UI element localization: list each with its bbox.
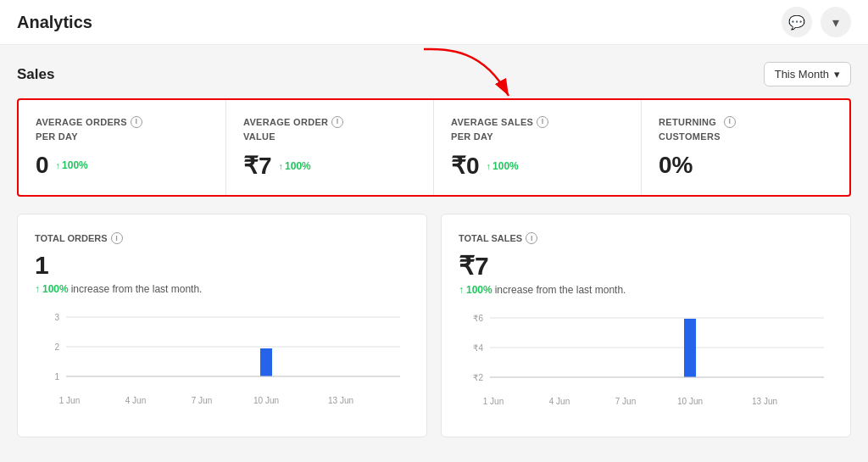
stat-value-returning-customers: 0% xyxy=(659,152,832,179)
charts-row: TOTAL ORDERS i 1 ↑ 100% increase from th… xyxy=(17,214,851,437)
sales-section-header: Sales This Month ▾ xyxy=(17,62,851,86)
svg-text:13 Jun: 13 Jun xyxy=(328,396,353,405)
header-actions: 💬 ▾ xyxy=(782,7,851,37)
stat-label-avg-order-value: AVERAGE ORDERVALUE i xyxy=(243,115,416,143)
svg-text:2: 2 xyxy=(54,342,59,352)
chart-area-total-orders: 3 2 1 1 Jun 4 Jun 7 Jun 10 Jun 13 Jun xyxy=(35,309,409,419)
stat-card-returning-customers: RETURNINGCUSTOMERS i 0% xyxy=(642,100,849,195)
app-header: Analytics 💬 ▾ xyxy=(0,0,868,45)
info-icon-avg-sales[interactable]: i xyxy=(537,116,548,128)
svg-text:1 Jun: 1 Jun xyxy=(59,396,80,405)
sales-title: Sales xyxy=(17,66,54,83)
up-arrow-icon: ↑ xyxy=(279,161,284,171)
month-dropdown-label: This Month xyxy=(775,68,829,81)
chart-change-total-orders: ↑ 100% increase from the last month. xyxy=(35,283,409,295)
stat-label-returning-customers: RETURNINGCUSTOMERS i xyxy=(659,115,832,143)
stats-grid: AVERAGE ORDERSPER DAY i 0 ↑ 100% AVERAGE… xyxy=(17,98,851,197)
stat-card-avg-orders: AVERAGE ORDERSPER DAY i 0 ↑ 100% xyxy=(19,100,226,195)
stat-card-avg-sales: AVERAGE SALESPER DAY i ₹0 ↑ 100% xyxy=(434,100,642,195)
info-icon-total-sales[interactable]: i xyxy=(526,232,537,244)
dropdown-icon: ▾ xyxy=(832,14,839,31)
stat-value-avg-order-value: ₹7 ↑ 100% xyxy=(243,152,416,180)
stat-change-avg-order-value: ↑ 100% xyxy=(279,160,311,172)
chat-icon-button[interactable]: 💬 xyxy=(782,7,812,37)
bar-chart-total-sales: ₹6 ₹4 ₹2 1 Jun 4 Jun 7 Jun 10 Jun 13 Jun xyxy=(459,309,833,411)
bar-chart-total-orders: 3 2 1 1 Jun 4 Jun 7 Jun 10 Jun 13 Jun xyxy=(35,309,409,410)
info-icon-avg-order-value[interactable]: i xyxy=(331,116,343,128)
info-icon-avg-orders[interactable]: i xyxy=(131,116,142,128)
svg-text:4 Jun: 4 Jun xyxy=(549,397,570,406)
up-arrow-icon: ↑ xyxy=(487,161,492,171)
svg-text:10 Jun: 10 Jun xyxy=(253,396,279,405)
dropdown-icon-button[interactable]: ▾ xyxy=(821,7,851,37)
up-arrow-icon: ↑ xyxy=(35,283,40,295)
chevron-down-icon: ▾ xyxy=(834,68,840,81)
chart-card-total-orders: TOTAL ORDERS i 1 ↑ 100% increase from th… xyxy=(17,214,427,437)
page-title: Analytics xyxy=(17,13,92,32)
info-icon-total-orders[interactable]: i xyxy=(111,232,123,244)
chart-area-total-sales: ₹6 ₹4 ₹2 1 Jun 4 Jun 7 Jun 10 Jun 13 Jun xyxy=(459,309,833,420)
svg-text:7 Jun: 7 Jun xyxy=(192,396,212,405)
svg-text:10 Jun: 10 Jun xyxy=(677,397,703,406)
svg-rect-20 xyxy=(684,319,696,377)
up-arrow-icon: ↑ xyxy=(459,284,464,296)
svg-text:7 Jun: 7 Jun xyxy=(615,397,636,406)
up-arrow-icon: ↑ xyxy=(56,160,61,170)
svg-text:3: 3 xyxy=(54,313,59,322)
chart-label-total-sales: TOTAL SALES i xyxy=(459,231,833,244)
stat-value-avg-sales: ₹0 ↑ 100% xyxy=(451,152,624,180)
svg-text:₹6: ₹6 xyxy=(473,314,483,323)
stat-card-avg-order-value: AVERAGE ORDERVALUE i ₹7 ↑ 100% xyxy=(226,100,434,195)
stat-value-avg-orders: 0 ↑ 100% xyxy=(36,152,209,179)
svg-rect-7 xyxy=(260,348,272,376)
chart-value-total-sales: ₹7 xyxy=(459,251,833,281)
svg-text:₹4: ₹4 xyxy=(473,343,483,353)
chart-label-total-orders: TOTAL ORDERS i xyxy=(35,231,409,244)
chart-value-total-orders: 1 xyxy=(35,251,409,280)
stat-change-avg-orders: ↑ 100% xyxy=(56,159,88,171)
stat-change-avg-sales: ↑ 100% xyxy=(487,160,519,172)
chart-card-total-sales: TOTAL SALES i ₹7 ↑ 100% increase from th… xyxy=(441,214,851,437)
chart-change-total-sales: ↑ 100% increase from the last month. xyxy=(459,284,833,296)
chat-icon: 💬 xyxy=(788,14,805,31)
info-icon-returning-customers[interactable]: i xyxy=(724,116,736,128)
svg-text:1 Jun: 1 Jun xyxy=(483,397,504,406)
month-dropdown[interactable]: This Month ▾ xyxy=(764,62,851,86)
svg-text:13 Jun: 13 Jun xyxy=(752,397,777,406)
svg-text:4 Jun: 4 Jun xyxy=(125,396,146,405)
svg-text:₹2: ₹2 xyxy=(473,373,483,382)
stat-label-avg-sales: AVERAGE SALESPER DAY i xyxy=(451,115,624,143)
main-content: Sales This Month ▾ AVERAGE ORDERSPER DAY… xyxy=(0,45,868,454)
stat-label-avg-orders: AVERAGE ORDERSPER DAY i xyxy=(36,115,209,143)
svg-text:1: 1 xyxy=(54,372,59,381)
